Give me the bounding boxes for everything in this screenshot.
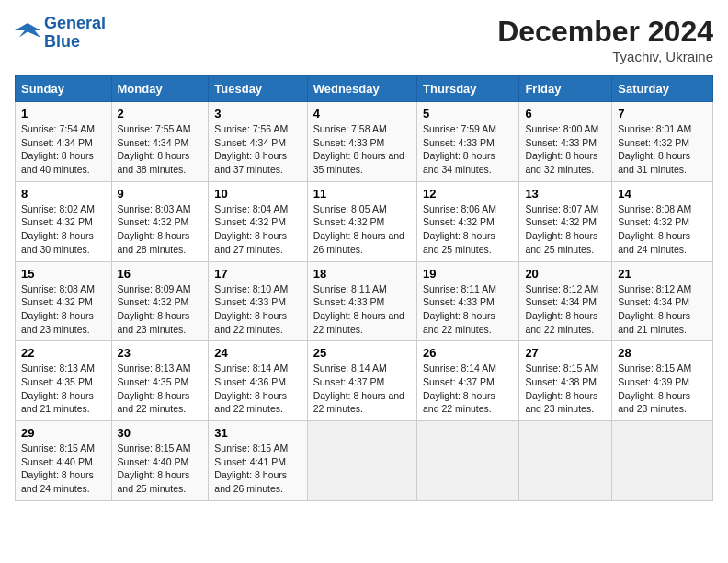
day-number: 25 xyxy=(313,346,411,360)
calendar-cell: 17Sunrise: 8:10 AMSunset: 4:33 PMDayligh… xyxy=(209,261,307,341)
calendar-header-cell: Thursday xyxy=(417,76,519,102)
day-number: 5 xyxy=(423,107,513,121)
day-number: 16 xyxy=(118,267,203,281)
day-number: 9 xyxy=(118,187,203,201)
calendar-week-row: 15Sunrise: 8:08 AMSunset: 4:32 PMDayligh… xyxy=(16,261,713,341)
calendar-header-cell: Monday xyxy=(111,76,209,102)
day-number: 14 xyxy=(618,187,707,201)
cell-details: Sunrise: 8:06 AMSunset: 4:32 PMDaylight:… xyxy=(423,203,496,255)
day-number: 7 xyxy=(618,107,707,121)
calendar-cell: 30Sunrise: 8:15 AMSunset: 4:40 PMDayligh… xyxy=(111,421,209,501)
day-number: 12 xyxy=(423,187,513,201)
cell-details: Sunrise: 8:08 AMSunset: 4:32 PMDaylight:… xyxy=(21,283,95,335)
calendar-cell: 1Sunrise: 7:54 AMSunset: 4:34 PMDaylight… xyxy=(16,102,112,182)
calendar-week-row: 22Sunrise: 8:13 AMSunset: 4:35 PMDayligh… xyxy=(16,341,713,421)
cell-details: Sunrise: 8:15 AMSunset: 4:38 PMDaylight:… xyxy=(525,362,598,414)
calendar-cell: 28Sunrise: 8:15 AMSunset: 4:39 PMDayligh… xyxy=(612,341,713,421)
day-number: 1 xyxy=(21,107,106,121)
calendar-cell xyxy=(519,421,612,501)
calendar-cell: 25Sunrise: 8:14 AMSunset: 4:37 PMDayligh… xyxy=(307,341,416,421)
calendar-cell: 11Sunrise: 8:05 AMSunset: 4:32 PMDayligh… xyxy=(307,181,416,261)
day-number: 8 xyxy=(21,187,106,201)
cell-details: Sunrise: 8:01 AMSunset: 4:32 PMDaylight:… xyxy=(618,123,691,175)
calendar-cell: 29Sunrise: 8:15 AMSunset: 4:40 PMDayligh… xyxy=(16,421,112,501)
calendar-cell: 10Sunrise: 8:04 AMSunset: 4:32 PMDayligh… xyxy=(209,181,307,261)
calendar-table: SundayMondayTuesdayWednesdayThursdayFrid… xyxy=(15,75,713,501)
day-number: 27 xyxy=(525,346,606,360)
cell-details: Sunrise: 8:11 AMSunset: 4:33 PMDaylight:… xyxy=(423,283,496,335)
cell-details: Sunrise: 8:14 AMSunset: 4:37 PMDaylight:… xyxy=(423,362,496,414)
day-number: 17 xyxy=(214,267,301,281)
calendar-header-cell: Tuesday xyxy=(209,76,307,102)
cell-details: Sunrise: 8:05 AMSunset: 4:32 PMDaylight:… xyxy=(313,203,404,255)
day-number: 2 xyxy=(118,107,203,121)
calendar-header-cell: Friday xyxy=(519,76,612,102)
title-block: December 2024 Tyachiv, Ukraine xyxy=(497,15,713,64)
calendar-header-cell: Sunday xyxy=(16,76,112,102)
calendar-body: 1Sunrise: 7:54 AMSunset: 4:34 PMDaylight… xyxy=(16,102,713,501)
calendar-cell: 9Sunrise: 8:03 AMSunset: 4:32 PMDaylight… xyxy=(111,181,209,261)
cell-details: Sunrise: 7:59 AMSunset: 4:33 PMDaylight:… xyxy=(423,123,496,175)
calendar-cell: 8Sunrise: 8:02 AMSunset: 4:32 PMDaylight… xyxy=(16,181,112,261)
cell-details: Sunrise: 8:13 AMSunset: 4:35 PMDaylight:… xyxy=(118,362,191,414)
day-number: 21 xyxy=(618,267,707,281)
cell-details: Sunrise: 8:02 AMSunset: 4:32 PMDaylight:… xyxy=(21,203,95,255)
calendar-header-row: SundayMondayTuesdayWednesdayThursdayFrid… xyxy=(16,76,713,102)
day-number: 20 xyxy=(525,267,606,281)
day-number: 26 xyxy=(423,346,513,360)
day-number: 22 xyxy=(21,346,106,360)
day-number: 31 xyxy=(214,426,301,440)
calendar-cell xyxy=(612,421,713,501)
calendar-cell: 2Sunrise: 7:55 AMSunset: 4:34 PMDaylight… xyxy=(111,102,209,182)
day-number: 13 xyxy=(525,187,606,201)
day-number: 15 xyxy=(21,267,106,281)
calendar-header-cell: Saturday xyxy=(612,76,713,102)
logo-icon xyxy=(15,20,40,46)
calendar-week-row: 29Sunrise: 8:15 AMSunset: 4:40 PMDayligh… xyxy=(16,421,713,501)
calendar-cell: 14Sunrise: 8:08 AMSunset: 4:32 PMDayligh… xyxy=(612,181,713,261)
cell-details: Sunrise: 8:14 AMSunset: 4:37 PMDaylight:… xyxy=(313,362,404,414)
day-number: 30 xyxy=(118,426,203,440)
calendar-cell: 26Sunrise: 8:14 AMSunset: 4:37 PMDayligh… xyxy=(417,341,519,421)
calendar-cell: 7Sunrise: 8:01 AMSunset: 4:32 PMDaylight… xyxy=(612,102,713,182)
calendar-cell: 6Sunrise: 8:00 AMSunset: 4:33 PMDaylight… xyxy=(519,102,612,182)
day-number: 23 xyxy=(118,346,203,360)
cell-details: Sunrise: 8:14 AMSunset: 4:36 PMDaylight:… xyxy=(214,362,288,414)
cell-details: Sunrise: 8:15 AMSunset: 4:41 PMDaylight:… xyxy=(214,442,288,494)
day-number: 4 xyxy=(313,107,411,121)
calendar-cell: 31Sunrise: 8:15 AMSunset: 4:41 PMDayligh… xyxy=(209,421,307,501)
calendar-cell: 15Sunrise: 8:08 AMSunset: 4:32 PMDayligh… xyxy=(16,261,112,341)
logo: GeneralBlue xyxy=(15,15,106,52)
calendar-cell: 27Sunrise: 8:15 AMSunset: 4:38 PMDayligh… xyxy=(519,341,612,421)
cell-details: Sunrise: 8:12 AMSunset: 4:34 PMDaylight:… xyxy=(618,283,691,335)
calendar-cell: 13Sunrise: 8:07 AMSunset: 4:32 PMDayligh… xyxy=(519,181,612,261)
calendar-cell: 22Sunrise: 8:13 AMSunset: 4:35 PMDayligh… xyxy=(16,341,112,421)
day-number: 29 xyxy=(21,426,106,440)
calendar-cell: 16Sunrise: 8:09 AMSunset: 4:32 PMDayligh… xyxy=(111,261,209,341)
calendar-week-row: 8Sunrise: 8:02 AMSunset: 4:32 PMDaylight… xyxy=(16,181,713,261)
cell-details: Sunrise: 8:15 AMSunset: 4:39 PMDaylight:… xyxy=(618,362,691,414)
cell-details: Sunrise: 8:07 AMSunset: 4:32 PMDaylight:… xyxy=(525,203,598,255)
day-number: 19 xyxy=(423,267,513,281)
cell-details: Sunrise: 8:08 AMSunset: 4:32 PMDaylight:… xyxy=(618,203,691,255)
cell-details: Sunrise: 7:55 AMSunset: 4:34 PMDaylight:… xyxy=(118,123,191,175)
calendar-cell: 12Sunrise: 8:06 AMSunset: 4:32 PMDayligh… xyxy=(417,181,519,261)
calendar-header-cell: Wednesday xyxy=(307,76,416,102)
cell-details: Sunrise: 8:03 AMSunset: 4:32 PMDaylight:… xyxy=(118,203,191,255)
calendar-week-row: 1Sunrise: 7:54 AMSunset: 4:34 PMDaylight… xyxy=(16,102,713,182)
cell-details: Sunrise: 8:15 AMSunset: 4:40 PMDaylight:… xyxy=(118,442,191,494)
calendar-cell: 19Sunrise: 8:11 AMSunset: 4:33 PMDayligh… xyxy=(417,261,519,341)
calendar-cell: 21Sunrise: 8:12 AMSunset: 4:34 PMDayligh… xyxy=(612,261,713,341)
cell-details: Sunrise: 8:11 AMSunset: 4:33 PMDaylight:… xyxy=(313,283,404,335)
day-number: 18 xyxy=(313,267,411,281)
cell-details: Sunrise: 8:10 AMSunset: 4:33 PMDaylight:… xyxy=(214,283,288,335)
cell-details: Sunrise: 8:04 AMSunset: 4:32 PMDaylight:… xyxy=(214,203,288,255)
calendar-cell xyxy=(417,421,519,501)
calendar-cell: 18Sunrise: 8:11 AMSunset: 4:33 PMDayligh… xyxy=(307,261,416,341)
month-title: December 2024 xyxy=(497,15,713,49)
svg-marker-0 xyxy=(15,23,40,38)
cell-details: Sunrise: 7:54 AMSunset: 4:34 PMDaylight:… xyxy=(21,123,95,175)
location: Tyachiv, Ukraine xyxy=(497,49,713,64)
calendar-cell: 23Sunrise: 8:13 AMSunset: 4:35 PMDayligh… xyxy=(111,341,209,421)
page-header: GeneralBlue December 2024 Tyachiv, Ukrai… xyxy=(15,15,713,64)
